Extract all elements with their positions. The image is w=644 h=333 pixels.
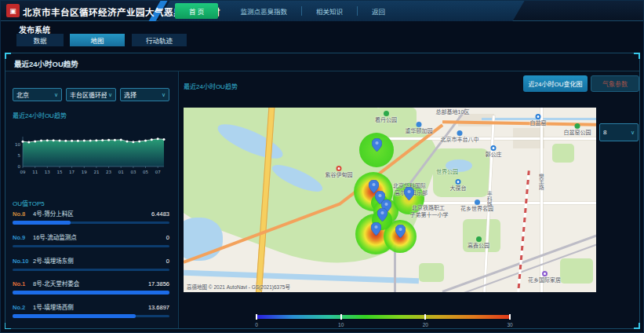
top5-row[interactable]: No.84号-筛分上料区6.4483 <box>13 209 169 228</box>
poi-red-icon <box>337 166 342 171</box>
rank-badge: No.9 <box>13 234 33 241</box>
svg-text:15: 15 <box>57 170 63 174</box>
svg-text:0: 0 <box>18 164 21 169</box>
nav-item-home[interactable]: 首 页 <box>175 3 218 19</box>
value-bar-track <box>13 221 169 224</box>
ou-value: 13.6897 <box>148 304 169 311</box>
rank-badge: No.1 <box>13 280 33 287</box>
legend-tick-label: 30 <box>507 322 512 328</box>
legend-tick <box>256 314 257 320</box>
map-label: 郭公庄 <box>486 145 502 157</box>
map-pin-icon[interactable] <box>395 225 406 238</box>
road <box>419 202 596 204</box>
svg-text:05: 05 <box>143 170 148 174</box>
park-icon <box>575 123 580 129</box>
legend-tick <box>340 314 342 320</box>
tab-map[interactable]: 地图 <box>70 34 125 46</box>
park-icon <box>476 236 482 242</box>
nav-item-back[interactable]: 返回 <box>357 6 399 16</box>
ou-change-chart-button[interactable]: 近24小时OU变化图 <box>523 75 588 92</box>
map-label: 大葆台 <box>450 179 467 191</box>
map-label: 高鑫公园 <box>468 236 489 248</box>
nav-item-odor-index[interactable]: 监测点恶臭指数 <box>226 6 301 16</box>
map-label: 北京铁路职工 <box>412 205 445 210</box>
site-select[interactable]: 选择 ∨ <box>120 88 169 101</box>
map-label: 花乡国际家居 <box>528 271 561 283</box>
site-name: 2号-填埋场东侧 <box>33 256 166 265</box>
map-label: 紫谷伊甸园 <box>326 166 353 177</box>
site-name: 1号-填埋场西侧 <box>33 302 148 311</box>
map-pin-icon[interactable] <box>377 208 387 221</box>
dashboard-root: ▣ 北京市丰台区循环经济产业园大气恶臭状况实时 首 页 监测点恶臭指数 相关知识… <box>0 0 644 333</box>
value-bar-track <box>13 315 169 317</box>
nav-item-knowledge[interactable]: 相关知识 <box>301 6 357 16</box>
top-header-bar: ▣ 北京市丰台区循环经济产业园大气恶臭状况实时 首 页 监测点恶臭指数 相关知识… <box>1 1 644 21</box>
map-label: 看丹公园 <box>375 111 397 123</box>
chevron-down-icon: ∨ <box>162 92 166 98</box>
map-label: 世界公园 <box>436 169 458 174</box>
map-canvas[interactable]: 总部基地10区看丹公园白盆窑重华颐加园白盆窑公园北京市丰台八中郭公庄紫谷伊甸园世… <box>184 108 596 292</box>
svg-text:23: 23 <box>106 170 111 174</box>
site-name: 16号-流动监测点 <box>33 232 166 241</box>
top5-title: OU值TOP5 <box>13 199 45 207</box>
park-area <box>560 258 593 284</box>
map-pin-icon[interactable] <box>404 187 414 200</box>
svg-text:07: 07 <box>155 170 161 174</box>
top5-row[interactable]: No.102号-填埋场东侧0 <box>13 256 169 275</box>
svg-text:21: 21 <box>93 170 99 174</box>
top5-row[interactable]: No.916号-流动监测点0 <box>13 232 169 251</box>
weather-params-button[interactable]: 气象参数 <box>591 75 639 92</box>
svg-text:09: 09 <box>20 170 26 174</box>
ou-trend-chart: 0510091113151719212301030507 <box>12 132 170 177</box>
poi-icon <box>475 199 480 205</box>
main-panel: 最近24小时OU趋势 北京 ∨ 丰台区循环经济产 ∨ 选择 ∨ 最近24小时OU… <box>5 53 640 329</box>
poi-icon <box>457 130 463 136</box>
ou-value: 0 <box>166 258 169 265</box>
value-bar-fill <box>13 291 169 295</box>
metro-icon <box>456 179 461 185</box>
map-copyright: 高德地图 © 2021 AutoNavi - GS(2021)6375号 <box>187 283 290 291</box>
legend-tick-label: 0 <box>255 322 258 328</box>
svg-text:13: 13 <box>45 170 50 174</box>
top5-row[interactable]: No.21号-填埋场西侧13.6897 <box>13 302 169 321</box>
ou-value: 0 <box>166 234 169 241</box>
hour-select[interactable]: 8 ∨ <box>599 123 639 141</box>
park-area <box>552 144 574 163</box>
value-bar-track <box>13 269 169 271</box>
map-label: 总部基地10区 <box>436 109 470 115</box>
rank-badge: No.2 <box>13 304 33 311</box>
region-select[interactable]: 北京 ∨ <box>13 88 62 101</box>
tab-data[interactable]: 数据 <box>16 34 64 46</box>
ou-color-legend: 0102030 <box>257 315 510 319</box>
park-select[interactable]: 丰台区循环经济产 ∨ <box>66 88 116 101</box>
map-label: 白盆窑公园 <box>564 123 591 135</box>
value-bar-track <box>13 291 169 294</box>
panel-title: 最近24小时OU趋势 <box>14 58 78 69</box>
svg-text:03: 03 <box>130 170 136 174</box>
road <box>380 137 596 140</box>
chevron-down-icon: ∨ <box>631 130 635 136</box>
site-name: 4号-筛分上料区 <box>33 209 151 218</box>
rank-badge: No.8 <box>13 210 33 218</box>
svg-text:11: 11 <box>32 170 38 174</box>
map-pin-icon[interactable] <box>372 138 382 152</box>
ou-value: 6.4483 <box>151 210 169 218</box>
park-area <box>419 263 444 282</box>
park-icon <box>384 111 389 116</box>
main-nav: 首 页 监测点恶臭指数 相关知识 返回 <box>175 1 399 21</box>
tab-track[interactable]: 行动轨迹 <box>132 34 187 46</box>
map-label: 樊羊路 <box>538 174 544 190</box>
app-logo-icon: ▣ <box>6 4 20 17</box>
legend-tick <box>424 314 426 320</box>
svg-text:17: 17 <box>69 170 75 174</box>
ou-value: 17.3856 <box>148 280 169 287</box>
value-bar-fill <box>13 314 136 318</box>
metro-icon <box>491 145 497 151</box>
map-pin-icon[interactable] <box>371 222 381 236</box>
svg-text:5: 5 <box>18 153 21 158</box>
map-section-title: 最近24小时OU趋势 <box>184 82 238 90</box>
top5-row[interactable]: No.18号-北天堂村委会17.3856 <box>13 279 169 298</box>
value-bar-track <box>13 245 169 247</box>
metro-icon <box>536 114 541 119</box>
svg-text:01: 01 <box>118 170 124 174</box>
